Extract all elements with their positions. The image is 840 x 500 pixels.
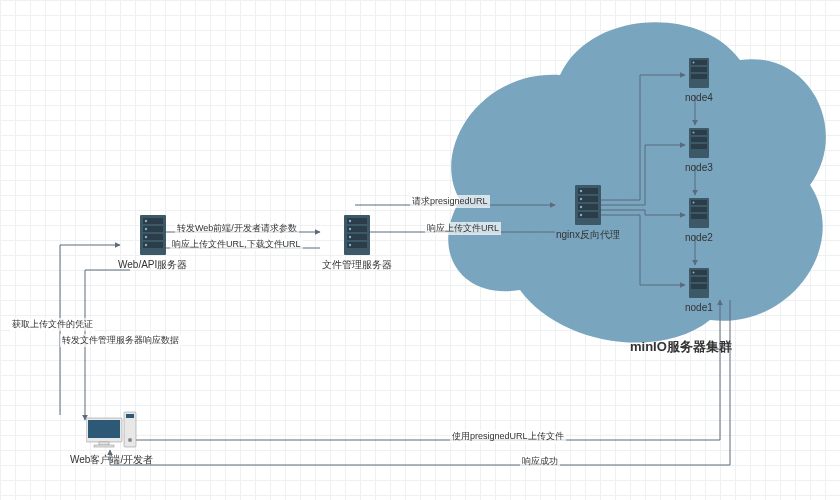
node-label: Web/API服务器 bbox=[118, 259, 187, 271]
edge-label: 转发文件管理服务器响应数据 bbox=[60, 334, 181, 347]
node-label: 文件管理服务器 bbox=[322, 259, 392, 271]
server-icon bbox=[140, 215, 166, 255]
node-label: node3 bbox=[685, 162, 713, 174]
node-node4: node4 bbox=[685, 58, 713, 104]
edge-label: 转发Web前端/开发者请求参数 bbox=[175, 222, 299, 235]
cluster-title: minIO服务器集群 bbox=[630, 338, 732, 356]
server-icon bbox=[689, 58, 709, 88]
node-label: node4 bbox=[685, 92, 713, 104]
minio-cloud bbox=[448, 22, 826, 342]
edge-label: 响应上传文件URL,下载文件URL bbox=[170, 238, 303, 251]
node-label: node2 bbox=[685, 232, 713, 244]
node-client: Web客户端/开发者 bbox=[70, 410, 153, 466]
server-icon bbox=[575, 185, 601, 225]
edge-label: 响应上传文件URL bbox=[425, 222, 501, 235]
server-icon bbox=[689, 268, 709, 298]
node-filemgr: 文件管理服务器 bbox=[322, 215, 392, 271]
server-icon bbox=[344, 215, 370, 255]
server-icon bbox=[689, 128, 709, 158]
node-label: nginx反向代理 bbox=[556, 229, 620, 241]
edge-label: 获取上传文件的凭证 bbox=[10, 318, 95, 331]
node-nginx: nginx反向代理 bbox=[556, 185, 620, 241]
node-label: Web客户端/开发者 bbox=[70, 454, 153, 466]
node-node3: node3 bbox=[685, 128, 713, 174]
node-node2: node2 bbox=[685, 198, 713, 244]
node-node1: node1 bbox=[685, 268, 713, 314]
desktop-icon bbox=[86, 410, 138, 450]
edge-label: 请求presignedURL bbox=[410, 195, 490, 208]
edge-label: 使用presignedURL上传文件 bbox=[450, 430, 566, 443]
edge-label: 响应成功 bbox=[520, 455, 560, 468]
node-label: node1 bbox=[685, 302, 713, 314]
server-icon bbox=[689, 198, 709, 228]
